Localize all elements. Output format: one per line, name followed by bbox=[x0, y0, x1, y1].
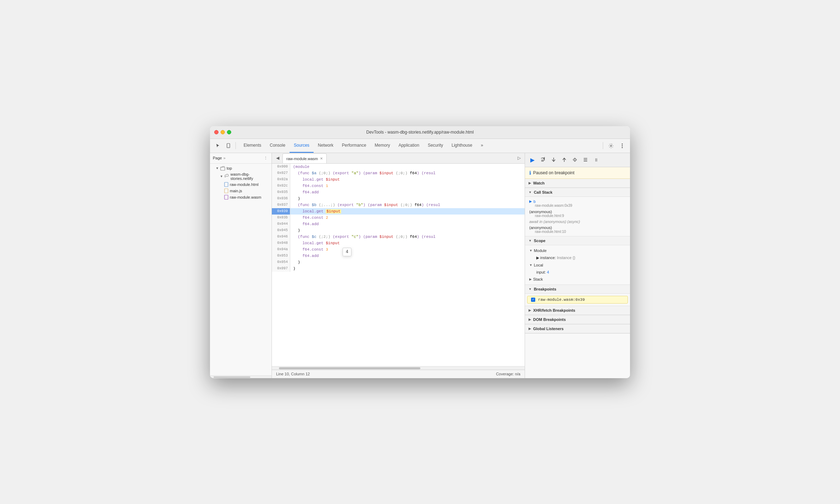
step-over-button[interactable] bbox=[538, 155, 548, 164]
line-addr-0x037: 0x037 bbox=[272, 202, 290, 208]
line-addr-0x000: 0x000 bbox=[272, 164, 290, 170]
call-stack-arrow: ▼ bbox=[529, 191, 532, 194]
tree-label-raw-html: raw-module.html bbox=[230, 182, 258, 187]
editor-nav-back[interactable]: ◀ bbox=[273, 154, 282, 162]
tree-item-netlify[interactable]: ▼ wasm-dbg-stories.netlify bbox=[210, 171, 272, 181]
window-title: DevTools - wasm-dbg-stories.netlify.app/… bbox=[366, 130, 474, 135]
sidebar-header: Page » ⋮ bbox=[210, 153, 272, 164]
watch-header[interactable]: ▶ Watch bbox=[525, 179, 630, 188]
mobile-icon[interactable] bbox=[223, 141, 233, 151]
tree-item-raw-html[interactable]: raw-module.html bbox=[210, 181, 272, 188]
breakpoint-checkbox[interactable]: ✓ bbox=[531, 298, 535, 302]
step-button[interactable] bbox=[570, 155, 579, 164]
tab-memory[interactable]: Memory bbox=[371, 139, 394, 153]
scope-local-header[interactable]: ▼ Local bbox=[525, 261, 630, 269]
line-content-0x048: local.get $input bbox=[290, 240, 525, 246]
scope-instance-val: Instance {} bbox=[557, 256, 575, 260]
line-content-0x027: (func $a (;0;) (export "a") (param $inpu… bbox=[290, 170, 525, 176]
close-button[interactable] bbox=[214, 130, 218, 134]
dom-breakpoints-header[interactable]: ▶ DOM Breakpoints bbox=[525, 315, 630, 324]
breakpoint-item-0x39[interactable]: ✓ raw-module.wasm:0x39 bbox=[527, 296, 628, 304]
call-stack-item-anon2[interactable]: (anonymous) raw-module.html:10 bbox=[525, 224, 630, 235]
folder-icon bbox=[220, 166, 225, 171]
settings-icon[interactable] bbox=[606, 141, 616, 151]
scope-module-instance[interactable]: ▶ instance: Instance {} bbox=[525, 254, 630, 261]
code-editor[interactable]: 0x000 (module 0x027 (func $a (;0;) (expo… bbox=[272, 164, 525, 366]
tab-lighthouse[interactable]: Lighthouse bbox=[447, 139, 477, 153]
scope-module-header[interactable]: ▼ Module bbox=[525, 247, 630, 254]
code-line-0x053: 0x053 f64.add bbox=[272, 253, 525, 259]
tree-item-mainjs[interactable]: main.js bbox=[210, 188, 272, 194]
line-addr-0x097: 0x097 bbox=[272, 265, 290, 272]
scope-header[interactable]: ▼ Scope bbox=[525, 236, 630, 245]
line-content-0x03b: f64.const 2 bbox=[290, 215, 525, 221]
watch-label: Watch bbox=[533, 181, 545, 185]
scope-stack-header[interactable]: ▶ Stack bbox=[525, 275, 630, 283]
call-stack-item-anon1[interactable]: (anonymous) raw-module.html:9 bbox=[525, 209, 630, 219]
tab-console[interactable]: Console bbox=[266, 139, 290, 153]
tree-item-top[interactable]: ▼ top bbox=[210, 165, 272, 171]
line-addr-0x03b: 0x03b bbox=[272, 215, 290, 221]
tab-network[interactable]: Network bbox=[314, 139, 338, 153]
debug-toolbar: ▶ ⏸ bbox=[525, 153, 630, 167]
toolbar-divider-2 bbox=[603, 142, 603, 149]
maximize-button[interactable] bbox=[227, 130, 231, 134]
code-line-0x02c: 0x02c f64.const 1 bbox=[272, 183, 525, 189]
edit-breakpoints-button[interactable] bbox=[581, 155, 590, 164]
svg-point-2 bbox=[610, 145, 612, 146]
play-icon[interactable]: ▷ bbox=[515, 154, 523, 162]
editor-tab-close[interactable]: ✕ bbox=[320, 157, 323, 160]
tab-elements[interactable]: Elements bbox=[239, 139, 266, 153]
editor-tab-filename: raw-module.wasm bbox=[286, 157, 318, 161]
editor-scrollbar-thumb[interactable] bbox=[279, 367, 420, 369]
line-addr-0x036: 0x036 bbox=[272, 195, 290, 202]
sidebar-more[interactable]: » bbox=[223, 156, 226, 160]
global-listeners-header[interactable]: ▶ Global Listeners bbox=[525, 324, 630, 333]
file-html-icon bbox=[224, 182, 228, 187]
xhr-breakpoints-header[interactable]: ▶ XHR/fetch Breakpoints bbox=[525, 306, 630, 315]
tab-security[interactable]: Security bbox=[424, 139, 447, 153]
tab-application[interactable]: Application bbox=[394, 139, 424, 153]
line-addr-0x046: 0x046 bbox=[272, 234, 290, 240]
call-stack-item-b[interactable]: ▶ b raw-module.wasm:0x39 bbox=[525, 198, 630, 209]
breakpoints-arrow: ▼ bbox=[529, 287, 532, 291]
call-stack-loc-anon1: raw-module.html:9 bbox=[529, 214, 626, 218]
line-content-0x054: ) bbox=[290, 259, 525, 265]
scope-instance-key: ▶ instance: bbox=[536, 256, 557, 260]
right-panel-content: ▶ Watch ▼ Call Stack ▶ bbox=[525, 179, 630, 378]
line-content-0x02c: f64.const 1 bbox=[290, 183, 525, 189]
cursor-icon[interactable] bbox=[213, 141, 223, 151]
paused-banner: ℹ Paused on breakpoint bbox=[525, 167, 630, 179]
code-line-0x048: 0x048 local.get $input bbox=[272, 240, 525, 246]
step-out-button[interactable] bbox=[560, 155, 569, 164]
resume-button[interactable]: ▶ bbox=[528, 155, 537, 164]
minimize-button[interactable] bbox=[221, 130, 225, 134]
line-content-0x000: (module bbox=[290, 164, 525, 170]
sidebar-scrollbar-thumb[interactable] bbox=[214, 376, 250, 378]
tab-performance[interactable]: Performance bbox=[338, 139, 371, 153]
step-into-button[interactable] bbox=[549, 155, 558, 164]
pause-button[interactable]: ⏸ bbox=[591, 155, 601, 164]
toolbar-right bbox=[601, 141, 627, 151]
more-options-icon[interactable] bbox=[617, 141, 627, 151]
tree-label-netlify: wasm-dbg-stories.netlify bbox=[231, 172, 269, 181]
editor-tab-wasm[interactable]: raw-module.wasm ✕ bbox=[282, 153, 327, 163]
call-stack-header[interactable]: ▼ Call Stack bbox=[525, 188, 630, 197]
main-toolbar: Elements Console Sources Network Perform… bbox=[210, 139, 630, 153]
sidebar-title: Page bbox=[213, 156, 222, 160]
breakpoints-header[interactable]: ▼ Breakpoints bbox=[525, 285, 630, 294]
editor-horizontal-scrollbar[interactable] bbox=[272, 366, 525, 370]
line-addr-0x039: 0x039 bbox=[272, 208, 290, 215]
code-line-0x03b: 0x03b f64.const 2 bbox=[272, 215, 525, 221]
call-stack-await: await in (anonymous) (async) bbox=[525, 219, 630, 224]
editor-area: ◀ raw-module.wasm ✕ ▷ 0x000 (module bbox=[272, 153, 525, 378]
watch-arrow: ▶ bbox=[529, 181, 531, 185]
sidebar-menu-icon[interactable]: ⋮ bbox=[262, 155, 269, 161]
tree-label-mainjs: main.js bbox=[230, 189, 242, 193]
code-line-0x037: 0x037 (func $b (;...;) (export "b") (par… bbox=[272, 202, 525, 208]
call-stack-fn-anon1: (anonymous) bbox=[529, 210, 626, 214]
tab-sources[interactable]: Sources bbox=[290, 139, 314, 153]
tab-more[interactable]: » bbox=[477, 139, 488, 153]
tree-item-wasm[interactable]: raw-module.wasm bbox=[210, 194, 272, 200]
svg-point-3 bbox=[622, 143, 623, 145]
